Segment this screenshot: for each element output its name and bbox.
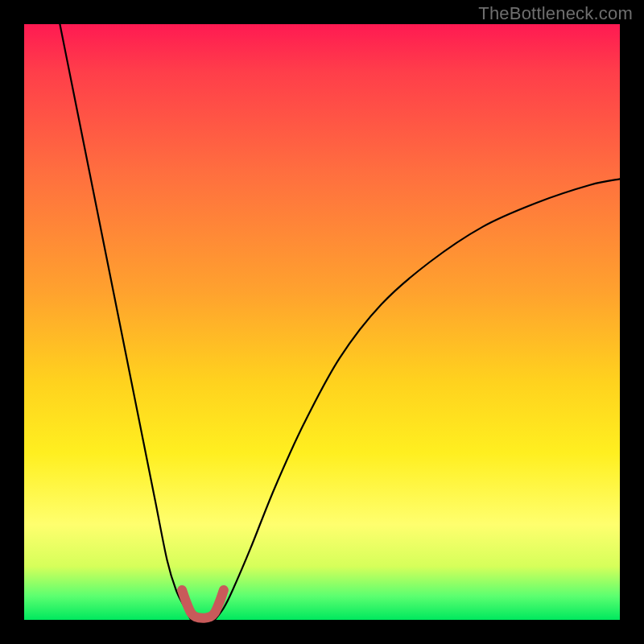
marker-u bbox=[182, 590, 224, 618]
right-curve bbox=[215, 179, 620, 620]
watermark-text: TheBottleneck.com bbox=[478, 3, 633, 24]
chart-frame: TheBottleneck.com bbox=[0, 0, 644, 644]
left-curve bbox=[60, 24, 191, 620]
plot-area bbox=[24, 24, 620, 620]
curves-svg bbox=[24, 24, 620, 620]
